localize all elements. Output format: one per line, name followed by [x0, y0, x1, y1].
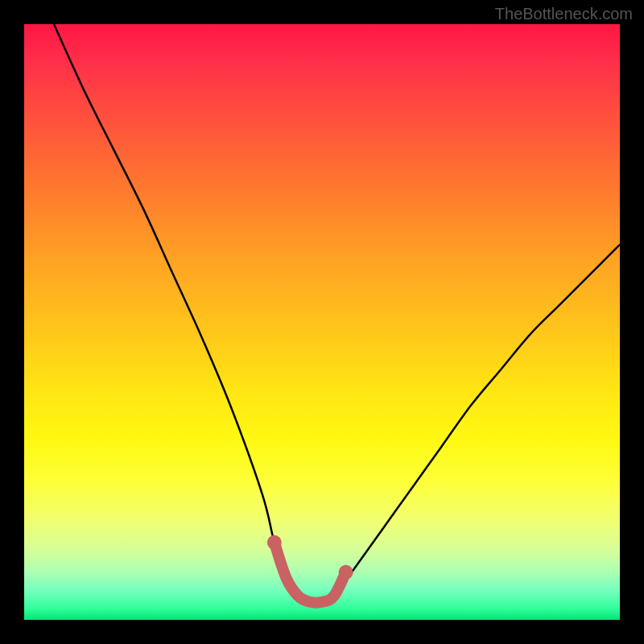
chart-plot-area [24, 24, 620, 620]
svg-point-0 [267, 535, 282, 550]
chart-frame [24, 24, 620, 620]
highlight-segment-line [267, 535, 353, 603]
svg-point-1 [339, 565, 353, 580]
bottleneck-curve-line [54, 24, 620, 603]
watermark-text: TheBottleneck.com [495, 5, 633, 23]
chart-svg [24, 24, 620, 620]
